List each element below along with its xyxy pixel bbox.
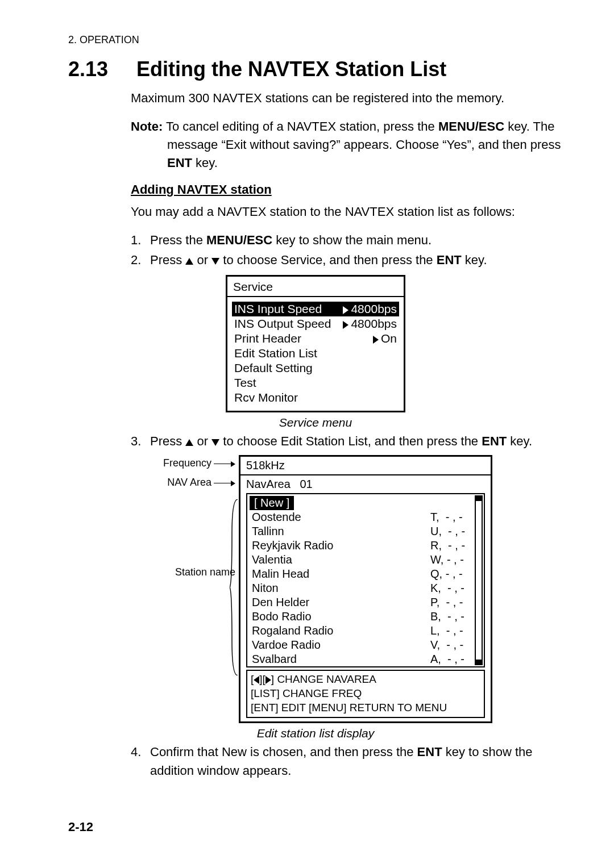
intro-paragraph: Maximum 300 NAVTEX stations can be regis… [131, 89, 563, 107]
step4-pre: Confirm that New is chosen, and then pre… [150, 745, 417, 759]
step1-key: MENU/ESC [206, 233, 272, 247]
running-header: 2. OPERATION [68, 34, 563, 46]
service-row-ins-output: INS Output Speed 4800bps [232, 316, 399, 331]
right-triangle-icon [343, 321, 349, 329]
station-list-caption: Edit station list display [68, 727, 563, 740]
step-1: 1. Press the MENU/ESC key to show the ma… [131, 231, 563, 249]
service-menu-caption: Service menu [68, 416, 563, 429]
right-triangle-icon [343, 306, 349, 314]
station-navarea-row: NavArea 01 [240, 475, 491, 493]
new-station-badge: [ New ] [250, 496, 294, 510]
step2-pre: Press [150, 253, 185, 267]
arrow-right-icon [231, 461, 235, 467]
service-row-label: INS Input Speed [234, 302, 343, 316]
page-number: 2-12 [68, 820, 563, 834]
note-block: Note: To cancel editing of a NAVTEX stat… [131, 118, 563, 172]
down-arrow-icon [211, 258, 219, 265]
service-row-default-setting: Default Setting [232, 361, 399, 375]
step3-tail: key. [507, 434, 532, 448]
step2-mid: or [193, 253, 211, 267]
service-row-value: 4800bps [351, 302, 397, 315]
service-menu-title: Service [227, 277, 404, 297]
left-arrow-icon [254, 676, 259, 684]
station-list-box: 518kHz NavArea 01 [ New ] OostendeT, - ,… [239, 455, 492, 723]
label-frequency: Frequency [139, 457, 235, 473]
station-help-box: [][] CHANGE NAVAREA [LIST] CHANGE FREQ [… [246, 670, 485, 717]
note-text-2: message “Exit without saving?” appears. … [167, 136, 563, 154]
station-row: NitonK, - , - [247, 581, 476, 595]
service-row-label: Edit Station List [234, 347, 397, 360]
adding-intro: You may add a NAVTEX station to the NAVT… [131, 203, 563, 221]
service-row-label: Print Header [234, 332, 373, 345]
service-row-value: On [381, 332, 397, 345]
up-arrow-icon [185, 439, 193, 446]
station-row: TallinnU, - , - [247, 524, 476, 539]
service-row-label: Test [234, 376, 397, 390]
step1-pre: Press the [150, 233, 206, 247]
steps-list: 1. Press the MENU/ESC key to show the ma… [131, 231, 563, 269]
down-arrow-icon [211, 439, 219, 446]
menu-esc-key: MENU/ESC [438, 119, 504, 133]
service-row-label: Default Setting [234, 361, 397, 375]
step3-mid: or [193, 434, 211, 448]
service-row-value: 4800bps [351, 317, 397, 330]
step3-post: to choose Edit Station List, and then pr… [219, 434, 482, 448]
steps-list-cont: 3. Press or to choose Edit Station List,… [131, 432, 563, 450]
arrow-right-icon [231, 481, 235, 486]
section-number: 2.13 [68, 57, 136, 81]
label-navarea: NAV Area [139, 477, 235, 493]
right-triangle-icon [373, 336, 379, 344]
curly-brace-icon [230, 499, 239, 675]
scrollbar [475, 495, 483, 665]
service-row-test: Test [232, 375, 399, 390]
steps-list-cont2: 4. Confirm that New is chosen, and then … [131, 742, 563, 780]
label-station-name: Station name [139, 566, 235, 578]
station-row: Rogaland RadioL, - , - [247, 624, 476, 638]
section-heading: 2.13Editing the NAVTEX Station List [68, 57, 563, 81]
ent-key-label: ENT [167, 156, 192, 170]
station-row: Reykjavik RadioR, - , - [247, 539, 476, 553]
step4-key: ENT [417, 745, 442, 759]
note-text-3: key. [192, 156, 218, 170]
step-3: 3. Press or to choose Edit Station List,… [131, 432, 563, 450]
note-text-1a: To cancel editing of a NAVTEX station, p… [163, 119, 438, 133]
service-row-rcv-monitor: Rcv Monitor [232, 390, 399, 405]
service-menu-figure: Service INS Input Speed 4800bps INS Outp… [226, 275, 405, 412]
adding-station-subhead: Adding NAVTEX station [131, 182, 563, 197]
service-row-print-header: Print Header On [232, 331, 399, 346]
service-row-label: Rcv Monitor [234, 391, 397, 404]
service-row-label: INS Output Speed [234, 317, 343, 331]
note-label: Note: [131, 119, 163, 133]
step2-post: to choose Service, and then press the [219, 253, 437, 267]
note-text-1b: key. The [504, 119, 554, 133]
station-row: Bodo RadioB, - , - [247, 610, 476, 624]
service-row-edit-station: Edit Station List [232, 346, 399, 361]
right-arrow-icon [265, 676, 271, 684]
service-row-ins-input: INS Input Speed 4800bps [232, 302, 399, 316]
station-list-panel: [ New ] OostendeT, - , - TallinnU, - , -… [246, 493, 485, 667]
step2-key: ENT [437, 253, 462, 267]
step-4: 4. Confirm that New is chosen, and then … [131, 742, 563, 780]
step-2: 2. Press or to choose Service, and then … [131, 251, 563, 269]
station-frequency-header: 518kHz [240, 457, 491, 475]
station-row: OostendeT, - , - [247, 510, 476, 524]
station-row: ValentiaW, - , - [247, 553, 476, 567]
step2-tail: key. [462, 253, 487, 267]
step1-post: key to show the main menu. [272, 233, 432, 247]
step3-pre: Press [150, 434, 185, 448]
station-row: Vardoe RadioV, - , - [247, 638, 476, 652]
station-row: Den HelderP, - , - [247, 595, 476, 610]
station-row: Malin HeadQ, - , - [247, 567, 476, 581]
step3-key: ENT [482, 434, 507, 448]
station-list-figure: Frequency NAV Area Station name 518kHz N… [68, 455, 563, 723]
station-row: SvalbardA, - , - [247, 652, 476, 666]
section-title-text: Editing the NAVTEX Station List [136, 57, 446, 81]
up-arrow-icon [185, 258, 193, 265]
